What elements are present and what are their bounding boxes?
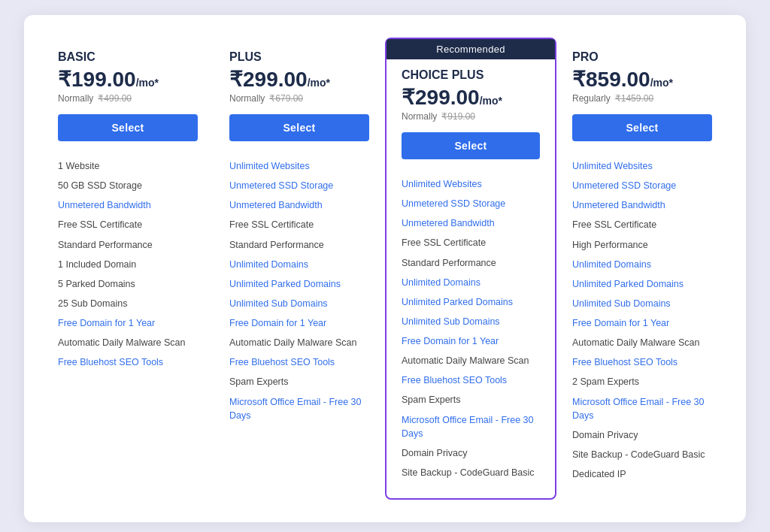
feature-item: Free Bluehost SEO Tools [572,352,712,372]
feature-item: Free SSL Certificate [229,215,369,234]
feature-item: Free Domain for 1 Year [572,313,712,333]
plan-price-basic: ₹199.00/mo* [58,67,198,92]
plans-grid: BASIC₹199.00/mo* Normally ₹499.00 Select… [42,38,728,500]
feature-item: Unmetered SSD Storage [229,176,369,195]
feature-item: Free Bluehost SEO Tools [58,352,198,372]
feature-item: 2 Spam Experts [572,372,712,391]
normally-label-choice-plus: Normally [402,111,437,122]
feature-item: Unlimited Domains [402,273,540,292]
feature-item: Unlimited Parked Domains [229,274,369,294]
feature-item: Unlimited Parked Domains [572,274,712,294]
normally-row-basic: Normally ₹499.00 [58,93,198,104]
feature-item: Spam Experts [402,390,540,410]
select-button-basic[interactable]: Select [58,114,198,141]
normally-price-pro: ₹1459.00 [615,93,653,104]
feature-item: Unlimited Sub Domains [229,294,369,313]
feature-item: Domain Privacy [402,443,540,463]
normally-row-plus: Normally ₹679.00 [229,93,369,104]
feature-item: Unmetered SSD Storage [572,176,712,195]
feature-item: Standard Performance [229,235,369,255]
feature-item: 1 Website [58,156,198,176]
normally-price-choice-plus: ₹919.00 [441,111,475,122]
pricing-container: BASIC₹199.00/mo* Normally ₹499.00 Select… [24,15,746,522]
feature-item: Site Backup - CodeGuard Basic [402,463,540,482]
feature-list-choice-plus: Unlimited WebsitesUnmetered SSD StorageU… [402,174,540,482]
feature-item: Free Domain for 1 Year [58,313,198,333]
feature-item: Unlimited Sub Domains [402,312,540,331]
normally-label-plus: Normally [229,93,265,104]
feature-item: High Performance [572,235,712,255]
feature-item: Automatic Daily Malware Scan [229,333,369,352]
feature-item: Unmetered Bandwidth [58,195,198,215]
feature-item: 50 GB SSD Storage [58,176,198,195]
recommended-badge: Recommended [387,39,555,59]
normally-row-choice-plus: Normally ₹919.00 [402,111,540,122]
feature-item: Unlimited Domains [572,255,712,274]
feature-item: Automatic Daily Malware Scan [572,333,712,352]
plan-name-pro: PRO [572,50,712,64]
plan-name-plus: PLUS [229,50,369,64]
plan-price-choice-plus: ₹299.00/mo* [402,85,540,110]
feature-item: Automatic Daily Malware Scan [58,333,198,352]
feature-item: Unlimited Websites [229,156,369,176]
normally-label-pro: Regularly [572,93,611,104]
plan-col-plus: PLUS₹299.00/mo* Normally ₹679.00 SelectU… [214,38,385,500]
feature-item: Free Bluehost SEO Tools [229,352,369,372]
feature-item: Free Domain for 1 Year [402,331,540,351]
feature-item: Dedicated IP [572,464,712,484]
feature-list-pro: Unlimited WebsitesUnmetered SSD StorageU… [572,156,712,484]
plan-price-plus: ₹299.00/mo* [229,67,369,92]
feature-list-basic: 1 Website50 GB SSD StorageUnmetered Band… [58,156,198,372]
feature-item: Unlimited Domains [229,255,369,274]
feature-item: Free Domain for 1 Year [229,313,369,333]
plan-col-pro: PRO₹859.00/mo* Regularly ₹1459.00 Select… [556,38,728,500]
feature-item: Free SSL Certificate [402,233,540,252]
feature-item: Unlimited Websites [402,174,540,194]
feature-item: Free SSL Certificate [572,215,712,234]
feature-item: Unlimited Sub Domains [572,294,712,313]
select-button-plus[interactable]: Select [229,114,369,141]
select-button-pro[interactable]: Select [572,114,712,141]
plan-name-choice-plus: CHOICE PLUS [402,68,540,82]
select-button-choice-plus[interactable]: Select [402,132,540,159]
feature-item: Unlimited Parked Domains [402,292,540,312]
feature-item: Domain Privacy [572,425,712,445]
feature-item: Standard Performance [402,253,540,273]
normally-price-basic: ₹499.00 [98,93,132,104]
feature-item: Free Bluehost SEO Tools [402,370,540,390]
feature-list-plus: Unlimited WebsitesUnmetered SSD StorageU… [229,156,369,425]
plan-price-pro: ₹859.00/mo* [572,67,712,92]
plan-col-choice-plus: RecommendedCHOICE PLUS₹299.00/mo* Normal… [385,38,556,500]
normally-label-basic: Normally [58,93,93,104]
feature-item: Automatic Daily Malware Scan [402,351,540,370]
plan-col-basic: BASIC₹199.00/mo* Normally ₹499.00 Select… [42,38,214,500]
feature-item: Free SSL Certificate [58,215,198,234]
normally-row-pro: Regularly ₹1459.00 [572,93,712,104]
plan-name-basic: BASIC [58,50,198,64]
feature-item: Microsoft Office Email - Free 30 Days [572,392,712,425]
feature-item: Unmetered SSD Storage [402,194,540,213]
feature-item: 1 Included Domain [58,255,198,274]
normally-price-plus: ₹679.00 [269,93,303,104]
feature-item: 25 Sub Domains [58,294,198,313]
feature-item: Unlimited Websites [572,156,712,176]
feature-item: 5 Parked Domains [58,274,198,294]
feature-item: Spam Experts [229,372,369,391]
feature-item: Microsoft Office Email - Free 30 Days [229,392,369,425]
feature-item: Unmetered Bandwidth [572,195,712,215]
feature-item: Unmetered Bandwidth [229,195,369,215]
feature-item: Microsoft Office Email - Free 30 Days [402,410,540,443]
feature-item: Standard Performance [58,235,198,255]
feature-item: Unmetered Bandwidth [402,213,540,233]
feature-item: Site Backup - CodeGuard Basic [572,445,712,464]
